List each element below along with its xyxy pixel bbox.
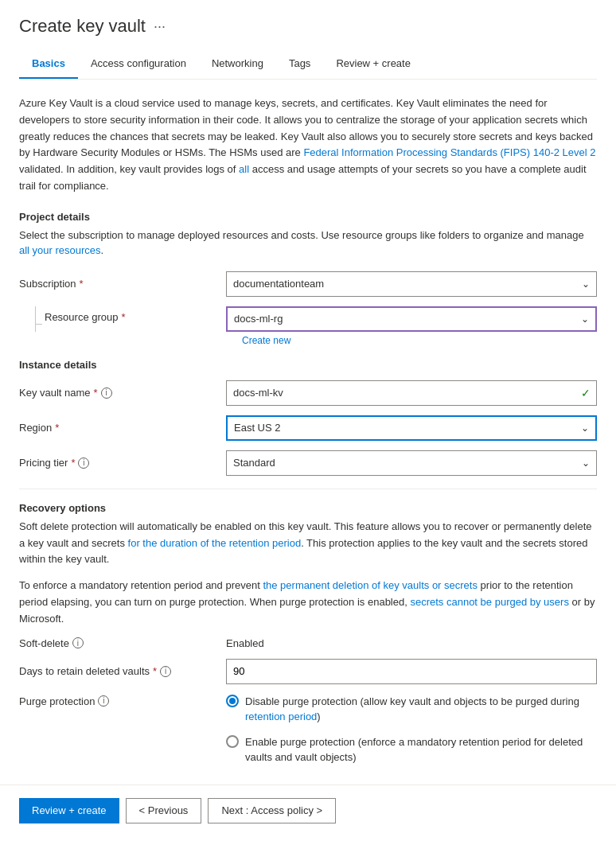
days-retain-required: * (153, 665, 157, 677)
resource-group-required: * (122, 311, 126, 323)
create-new-link[interactable]: Create new (242, 335, 597, 346)
resource-group-value: docs-ml-rg (234, 313, 283, 325)
pricing-tier-label: Pricing tier (19, 457, 68, 469)
resource-group-chevron-icon: ⌄ (581, 313, 589, 325)
purge-protection-info-icon[interactable]: i (98, 695, 109, 707)
radio-enable-purge-label: Enable purge protection (enforce a manda… (245, 734, 597, 765)
recovery-text-2: To enforce a mandatory retention period … (19, 578, 597, 627)
purge-protection-label: Purge protection (19, 695, 95, 707)
page-title: Create key vault (19, 16, 146, 37)
region-value: East US 2 (234, 422, 281, 434)
previous-button[interactable]: < Previous (126, 798, 202, 823)
pricing-tier-dropdown[interactable]: Standard ⌄ (226, 450, 597, 476)
description-text: Azure Key Vault is a cloud service used … (19, 95, 597, 195)
purge-protection-radio-group: Disable purge protection (allow key vaul… (226, 694, 597, 765)
key-vault-name-valid-icon: ✓ (581, 387, 591, 399)
tab-networking[interactable]: Networking (199, 49, 276, 79)
recovery-text-1: Soft delete protection will automaticall… (19, 519, 597, 568)
review-create-button[interactable]: Review + create (19, 798, 119, 823)
footer: Review + create < Previous Next : Access… (0, 785, 616, 836)
tab-navigation: Basics Access configuration Networking T… (19, 49, 597, 80)
tab-review-create[interactable]: Review + create (323, 49, 423, 79)
days-retain-input[interactable] (226, 659, 597, 684)
region-label: Region (19, 422, 52, 434)
subscription-required: * (80, 278, 84, 290)
subscription-value: documentationteam (233, 278, 324, 290)
purge-protection-option-2[interactable]: Enable purge protection (enforce a manda… (226, 734, 597, 765)
pricing-tier-info-icon[interactable]: i (78, 457, 89, 469)
project-details-title: Project details (19, 211, 597, 223)
resource-group-label: Resource group (45, 311, 119, 323)
project-details-subtitle: Select the subscription to manage deploy… (19, 228, 597, 259)
soft-delete-info-icon[interactable]: i (72, 637, 84, 648)
radio-enable-purge[interactable] (226, 735, 239, 748)
region-required: * (55, 422, 59, 434)
radio-disable-purge-label: Disable purge protection (allow key vaul… (245, 694, 597, 725)
pricing-tier-value: Standard (233, 457, 275, 469)
divider-recovery (19, 489, 597, 489)
purge-protection-option-1[interactable]: Disable purge protection (allow key vaul… (226, 694, 597, 725)
key-vault-name-info-icon[interactable]: i (101, 387, 112, 399)
days-retain-label: Days to retain deleted vaults (19, 665, 150, 677)
key-vault-name-required: * (94, 387, 98, 399)
radio-disable-purge[interactable] (226, 695, 239, 707)
tab-basics[interactable]: Basics (19, 49, 78, 79)
subscription-dropdown[interactable]: documentationteam ⌄ (226, 271, 597, 297)
page-title-options[interactable]: ··· (154, 18, 166, 35)
tab-tags[interactable]: Tags (276, 49, 323, 79)
next-button[interactable]: Next : Access policy > (208, 798, 336, 823)
soft-delete-value: Enabled (226, 637, 264, 649)
recovery-options-title: Recovery options (19, 502, 597, 514)
tab-access-configuration[interactable]: Access configuration (78, 49, 199, 79)
days-retain-info-icon[interactable]: i (160, 666, 171, 677)
soft-delete-label: Soft-delete (19, 637, 69, 649)
subscription-label: Subscription (19, 278, 76, 290)
subscription-chevron-icon: ⌄ (582, 278, 590, 290)
region-dropdown[interactable]: East US 2 ⌄ (226, 415, 597, 441)
key-vault-name-label: Key vault name (19, 387, 91, 399)
resource-group-dropdown[interactable]: docs-ml-rg ⌄ (226, 306, 597, 332)
region-chevron-icon: ⌄ (581, 422, 589, 434)
instance-details-title: Instance details (19, 359, 597, 371)
pricing-tier-required: * (71, 457, 75, 469)
pricing-tier-chevron-icon: ⌄ (582, 457, 590, 469)
key-vault-name-input[interactable] (226, 380, 597, 406)
